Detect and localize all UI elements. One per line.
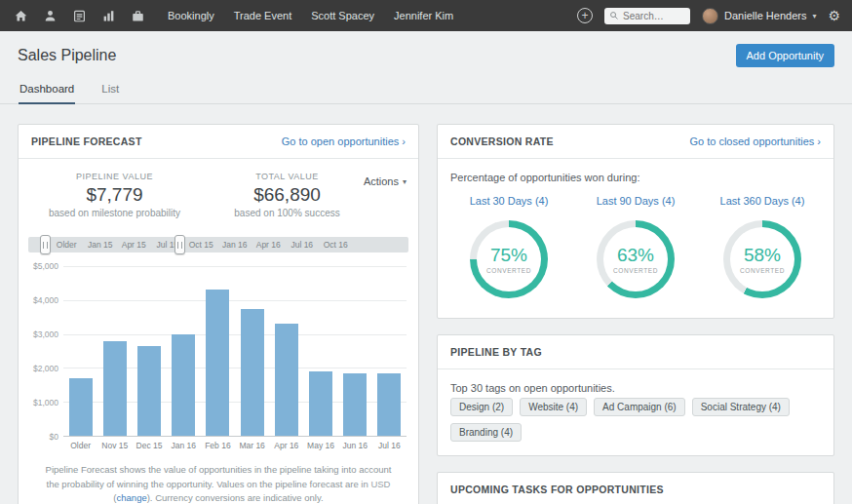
actions-dropdown[interactable]: Actions ▾ [364,175,407,187]
dashboard-content: PIPELINE FORECAST Go to open opportuniti… [0,104,852,504]
card-title: PIPELINE BY TAG [450,346,542,358]
tag-chip[interactable]: Design (2) [450,398,513,416]
y-axis-tick: $1,000 [33,398,58,407]
donut-percent: 75% [490,245,527,266]
date-range-slider[interactable]: OlderJan 15Apr 15Jul 15Oct 15Jan 16Apr 1… [28,237,408,252]
card-header: UPCOMING TASKS FOR OPPORTUNITIES [438,473,833,504]
y-axis-tick: $0 [50,432,58,442]
tab-list[interactable]: List [100,78,120,103]
nav-link[interactable]: Jennifer Kim [394,10,453,21]
x-axis-labels: OlderNov 15Dec 15Jan 16Feb 16Mar 16Apr 1… [63,441,407,450]
actions-label: Actions [364,175,399,187]
gear-icon[interactable]: ⚙ [828,8,840,23]
open-opportunities-link[interactable]: Go to open opportunities › [282,136,406,147]
upcoming-tasks-card: UPCOMING TASKS FOR OPPORTUNITIES OVERDUE… [437,472,834,504]
bar-column [97,266,132,436]
card-header: CONVERSION RATE Go to closed opportuniti… [438,125,833,159]
footnote-text: Pipeline Forecast shows the value of opp… [46,464,392,489]
donut-sub-label: CONVERTED [740,267,785,274]
x-axis-label: Nov 15 [97,441,132,450]
donut-inner: 75%CONVERTED [477,227,541,291]
cases-icon[interactable] [123,0,152,31]
gauge-period-link[interactable]: Last 360 Days (4) [720,195,805,207]
bar[interactable] [103,341,127,436]
pipeline-value: $7,779 [28,184,201,206]
conversion-rate-card: CONVERSION RATE Go to closed opportuniti… [437,124,834,319]
nav-link[interactable]: Scott Spacey [311,10,374,21]
footnote-text: ). Currency conversions are indicative o… [147,492,324,503]
tag-chip[interactable]: Social Strategy (4) [692,398,790,416]
card-title: UPCOMING TASKS FOR OPPORTUNITIES [450,484,664,495]
tab-bar: DashboardList [0,78,852,104]
nav-icon-group [6,0,152,31]
search-input[interactable] [623,11,685,21]
bar[interactable] [69,378,93,436]
bar-column [132,266,166,436]
reports-icon[interactable] [94,0,123,31]
bar[interactable] [275,324,298,436]
conversion-gauge: Last 90 Days (4)63%CONVERTED [572,195,699,298]
stat-label: TOTAL VALUE [201,172,373,181]
bar-column [372,266,407,436]
slider-tick-label: Apr 15 [117,240,151,250]
bar[interactable] [309,371,332,436]
currency-code: USD [370,479,390,489]
donut-inner: 58%CONVERTED [730,227,794,291]
gauge-period-link[interactable]: Last 30 Days (4) [470,195,549,207]
x-axis-label: May 16 [303,441,337,450]
y-axis-tick: $5,000 [33,261,58,271]
top-nav: BookinglyTrade EventScott SpaceyJennifer… [0,0,852,31]
slider-handle-right[interactable] [174,235,185,254]
add-opportunity-button[interactable]: Add Opportunity [736,44,835,67]
conversion-gauge: Last 360 Days (4)58%CONVERTED [699,195,826,298]
tag-chip[interactable]: Ad Campaign (6) [594,398,685,416]
conversion-gauge: Last 30 Days (4)75%CONVERTED [445,195,572,298]
bars [63,266,407,436]
donut-sub-label: CONVERTED [486,267,531,274]
bar[interactable] [206,290,229,436]
tag-chip[interactable]: Website (4) [520,398,587,416]
forecast-bar-chart: $5,000$4,000$3,000$2,000$1,000$0 OlderNo… [19,256,418,450]
slider-tick-label: Apr 16 [252,240,286,250]
bar-column [269,266,303,436]
donut-chart: 75%CONVERTED [470,220,548,298]
y-axis-tick: $2,000 [33,364,58,373]
bar[interactable] [172,334,195,436]
pipeline-by-tag-card: PIPELINE BY TAG Top 30 tags on open oppo… [437,334,834,456]
calendar-icon[interactable] [64,0,94,31]
donut-chart: 58%CONVERTED [723,220,801,298]
add-icon[interactable]: + [577,8,593,23]
tag-chip[interactable]: Branding (4) [450,423,522,442]
y-axis: $5,000$4,000$3,000$2,000$1,000$0 [24,266,63,437]
gauge-period-link[interactable]: Last 90 Days (4) [597,195,676,207]
bar[interactable] [137,346,161,436]
home-icon[interactable] [6,0,35,31]
nav-link[interactable]: Bookingly [168,10,214,21]
donut-chart: 63%CONVERTED [597,220,675,298]
y-axis-tick: $4,000 [33,295,58,305]
x-axis-label: Jul 16 [372,441,407,450]
bar[interactable] [241,309,264,437]
right-column: CONVERSION RATE Go to closed opportuniti… [437,124,834,504]
search-box[interactable] [604,8,690,24]
pipeline-forecast-card: PIPELINE FORECAST Go to open opportuniti… [18,124,419,504]
nav-link[interactable]: Trade Event [234,10,292,21]
slider-labels: OlderJan 15Apr 15Jul 15Oct 15Jan 16Apr 1… [28,237,408,252]
tag-subtitle: Top 30 tags on open opportunities. [438,369,833,396]
change-currency-link[interactable]: change [117,492,147,503]
total-value: $66,890 [201,184,373,206]
people-icon[interactable] [35,0,64,31]
closed-opportunities-link[interactable]: Go to closed opportunities › [689,136,821,147]
conversion-subtitle: Percentage of opportunities won during: [438,159,833,185]
slider-tick-label: Oct 15 [184,240,218,250]
card-title: CONVERSION RATE [450,136,554,147]
x-axis-label: Older [63,441,97,450]
bar-column [201,266,235,436]
tab-dashboard[interactable]: Dashboard [19,78,75,104]
chevron-down-icon: ▾ [812,12,816,20]
bar[interactable] [377,373,401,436]
bar[interactable] [343,373,367,436]
x-axis-label: Apr 16 [269,441,303,450]
slider-handle-left[interactable] [40,235,51,254]
user-menu[interactable]: Danielle Henders ▾ [702,8,816,24]
